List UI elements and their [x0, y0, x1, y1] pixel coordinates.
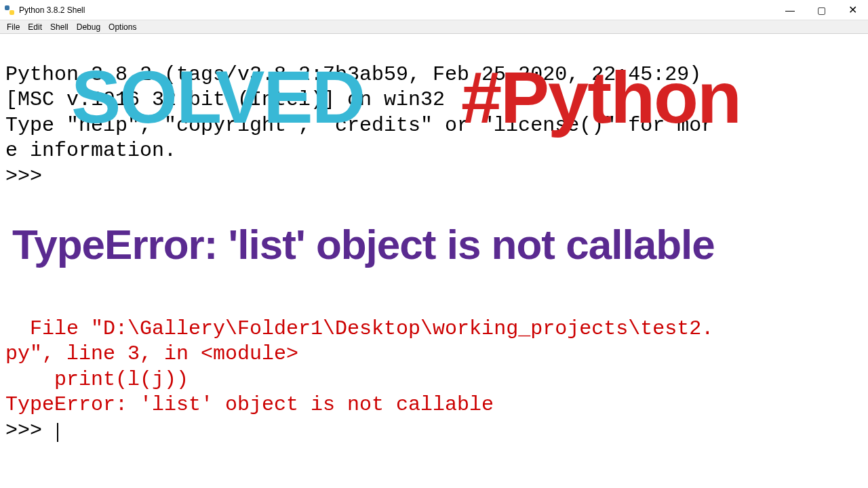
close-button[interactable]: ✕: [837, 0, 868, 20]
menu-options[interactable]: Options: [108, 22, 136, 32]
traceback-file-line-b: py", line 3, in <module>: [5, 342, 298, 365]
svg-rect-0: [5, 5, 9, 10]
banner-line-3a: Type "help", "copyright", "credits" or "…: [5, 114, 713, 137]
banner-line-3b: e information.: [5, 139, 176, 162]
idle-shell-output[interactable]: Python 3.8.2 (tags/v3.8.2:7b3ab59, Feb 2…: [0, 34, 868, 488]
prompt-2: >>>: [5, 419, 54, 442]
window-controls: — ▢ ✕: [774, 0, 868, 20]
svg-rect-1: [9, 10, 14, 15]
menubar: File Edit Shell Debug Options: [0, 20, 868, 34]
menu-debug[interactable]: Debug: [77, 22, 100, 32]
overlay-error-headline: TypeError: 'list' object is not callable: [12, 203, 868, 286]
traceback-file-line-a: File "D:\Gallery\Folder1\Desktop\working…: [5, 317, 713, 340]
menu-file[interactable]: File: [7, 22, 20, 32]
blank-line: [5, 190, 18, 213]
traceback-code-line: print(l(j)): [5, 368, 189, 391]
banner-line-2: [MSC v.1916 32 bit (Intel)] on win32: [5, 88, 445, 111]
python-icon: [4, 5, 15, 16]
window-titlebar: Python 3.8.2 Shell — ▢ ✕: [0, 0, 868, 20]
text-cursor: [57, 423, 58, 442]
banner-line-1: Python 3.8.2 (tags/v3.8.2:7b3ab59, Feb 2…: [5, 63, 701, 86]
menu-shell[interactable]: Shell: [50, 22, 68, 32]
traceback-error-line: TypeError: 'list' object is not callable: [5, 393, 494, 416]
titlebar-left: Python 3.8.2 Shell: [0, 5, 774, 16]
maximize-button[interactable]: ▢: [806, 0, 837, 20]
minimize-button[interactable]: —: [774, 0, 806, 20]
window-title: Python 3.8.2 Shell: [19, 5, 85, 15]
blank-line-5: [5, 291, 18, 314]
blank-line-3: [5, 241, 18, 264]
prompt-1: >>>: [5, 165, 54, 188]
blank-line-2: [5, 216, 18, 239]
menu-edit[interactable]: Edit: [28, 22, 42, 32]
blank-line-4: [5, 266, 18, 289]
